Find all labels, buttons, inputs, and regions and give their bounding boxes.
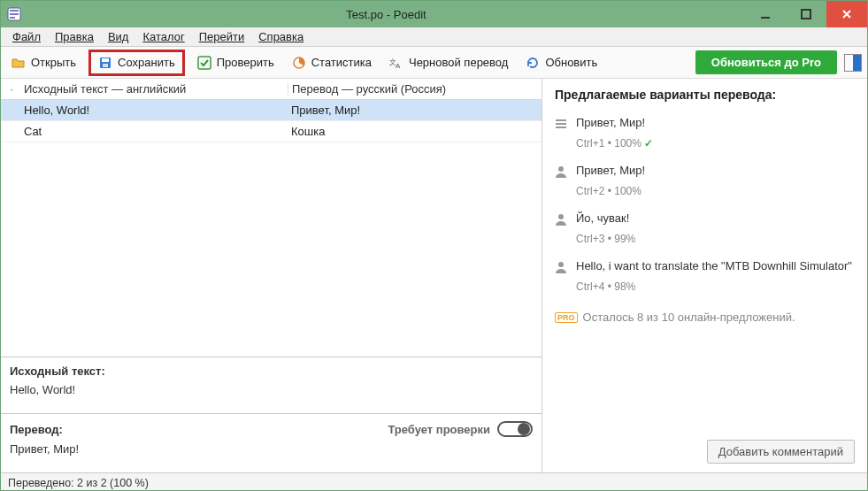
suggestion-meta: Ctrl+2 • 100% (576, 185, 855, 197)
pretranslate-label: Черновой перевод (409, 56, 508, 69)
svg-rect-14 (556, 123, 566, 125)
source-block: Исходный текст: Hello, World! (1, 357, 542, 413)
pro-remaining-note: PRO Осталось 8 из 10 онлайн-предложений. (555, 311, 855, 324)
menu-edit[interactable]: Правка (49, 28, 100, 45)
row-target: Кошка (288, 125, 542, 138)
suggestion-meta: Ctrl+4 • 98% (576, 280, 855, 293)
svg-rect-4 (761, 17, 770, 19)
open-button[interactable]: Открыть (6, 52, 81, 73)
status-column-header[interactable]: · (1, 82, 22, 96)
menu-view[interactable]: Вид (102, 28, 135, 45)
suggestions-title: Предлагаемые варианты перевода: (555, 88, 855, 102)
target-label: Перевод: (10, 423, 63, 436)
folder-open-icon (12, 56, 26, 70)
table-row[interactable]: Cat Кошка (1, 121, 542, 142)
suggestion-text: Привет, Мир! (576, 164, 645, 177)
table-row[interactable]: Hello, World! Привет, Мир! (1, 100, 542, 121)
suggestions-pane: Предлагаемые варианты перевода: Привет, … (542, 79, 867, 472)
stats-button[interactable]: Статистика (287, 52, 377, 73)
refresh-icon (526, 56, 540, 70)
translation-list[interactable]: Hello, World! Привет, Мир! Cat Кошка (1, 100, 542, 357)
target-column-header[interactable]: Перевод — русский (Россия) (288, 82, 542, 96)
validate-button[interactable]: Проверить (192, 52, 280, 73)
main-area: · Исходный текст — английский Перевод — … (1, 79, 867, 472)
columns-header: · Исходный текст — английский Перевод — … (1, 79, 542, 100)
svg-rect-8 (103, 64, 108, 67)
save-button[interactable]: Сохранить (95, 54, 179, 72)
target-block: Перевод: Требует проверки Привет, Мир! (1, 413, 542, 472)
add-comment-button[interactable]: Добавить комментарий (707, 440, 855, 464)
source-text: Hello, World! (10, 383, 533, 408)
suggestion-text: Привет, Мир! (576, 116, 645, 129)
update-label: Обновить (545, 56, 597, 69)
window-buttons (745, 1, 867, 27)
svg-text:A: A (396, 62, 401, 70)
suggestion-text: Йо, чувак! (576, 211, 629, 225)
save-icon (98, 56, 112, 70)
svg-rect-13 (556, 119, 566, 121)
pretranslate-button[interactable]: 文A Черновой перевод (384, 52, 513, 73)
svg-point-16 (558, 166, 564, 172)
pro-badge-icon: PRO (555, 312, 578, 323)
svg-point-17 (558, 214, 564, 219)
sidebar-toggle-button[interactable] (844, 54, 862, 72)
pie-chart-icon (292, 56, 306, 70)
suggestion-meta: Ctrl+3 • 99% (576, 233, 855, 245)
close-button[interactable] (826, 1, 867, 27)
menu-go[interactable]: Перейти (193, 28, 251, 45)
target-text-input[interactable]: Привет, Мир! (10, 442, 533, 467)
person-icon (555, 261, 569, 273)
source-label: Исходный текст: (10, 364, 533, 378)
svg-rect-1 (10, 10, 19, 12)
upgrade-pro-button[interactable]: Обновиться до Pro (695, 50, 837, 74)
save-highlight: Сохранить (88, 50, 185, 76)
svg-rect-9 (198, 57, 211, 69)
maximize-button[interactable] (786, 1, 826, 27)
row-source: Cat (22, 125, 288, 138)
needs-work-toggle[interactable] (497, 421, 533, 437)
person-icon (555, 213, 569, 226)
left-pane: · Исходный текст — английский Перевод — … (1, 79, 542, 472)
menu-catalog[interactable]: Каталог (136, 28, 190, 45)
menu-help[interactable]: Справка (252, 28, 310, 45)
svg-rect-15 (556, 127, 566, 128)
tm-icon (555, 118, 569, 130)
svg-rect-5 (802, 10, 810, 19)
title-bar: Test.po - Poedit (1, 1, 867, 27)
update-button[interactable]: Обновить (520, 52, 603, 73)
suggestion-item[interactable]: Привет, Мир! (555, 164, 855, 178)
translate-icon: 文A (389, 56, 403, 70)
svg-rect-2 (10, 13, 19, 15)
toolbar: Открыть Сохранить Проверить Статистика 文… (1, 47, 867, 79)
source-column-header[interactable]: Исходный текст — английский (22, 82, 288, 96)
save-label: Сохранить (118, 56, 175, 69)
pro-remaining-text: Осталось 8 из 10 онлайн-предложений. (583, 311, 795, 324)
suggestion-item[interactable]: Привет, Мир! (555, 116, 855, 130)
row-target: Привет, Мир! (288, 104, 542, 117)
row-source: Hello, World! (22, 104, 288, 117)
open-label: Открыть (31, 56, 76, 69)
status-bar: Переведено: 2 из 2 (100 %) (1, 472, 867, 491)
needs-work-label: Требует проверки (388, 423, 490, 436)
minimize-button[interactable] (745, 1, 786, 27)
suggestion-meta: Ctrl+1 • 100% ✓ (576, 137, 855, 150)
suggestion-text: Hello, i want to translate the "MTB Down… (576, 259, 852, 272)
menu-file[interactable]: Файл (6, 28, 47, 45)
suggestion-item[interactable]: Йо, чувак! (555, 211, 855, 226)
svg-rect-7 (102, 58, 109, 62)
app-icon (1, 7, 27, 21)
svg-point-18 (558, 262, 564, 267)
suggestion-item[interactable]: Hello, i want to translate the "MTB Down… (555, 259, 855, 273)
validate-label: Проверить (217, 56, 274, 69)
status-text: Переведено: 2 из 2 (100 %) (8, 477, 149, 489)
stats-label: Статистика (311, 56, 372, 69)
check-icon (197, 56, 211, 70)
menu-bar: Файл Правка Вид Каталог Перейти Справка (1, 27, 867, 47)
window-title: Test.po - Poedit (27, 8, 745, 21)
svg-rect-3 (10, 17, 15, 19)
person-icon (555, 165, 569, 178)
